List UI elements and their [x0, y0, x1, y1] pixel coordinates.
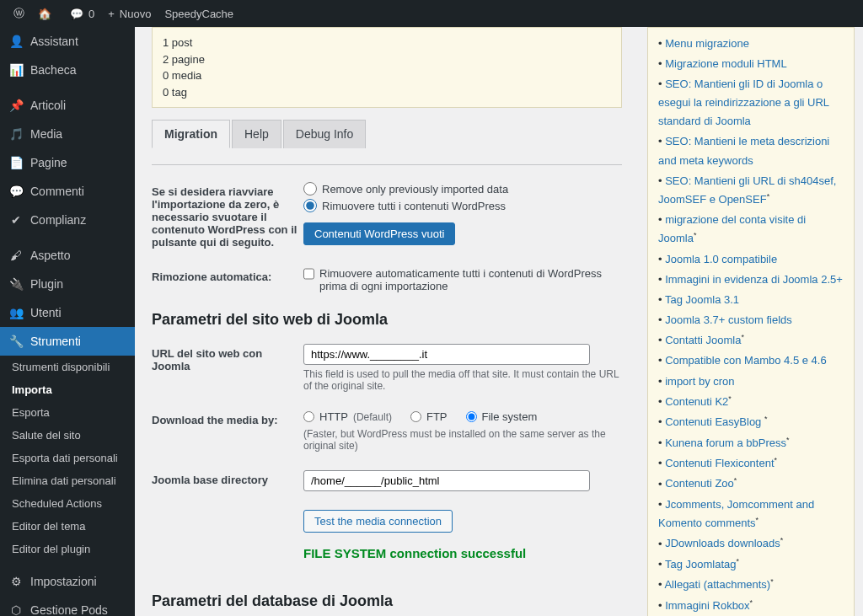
- feature-link[interactable]: SEO: Mantieni gli URL di sh404sef, JoomS…: [658, 174, 836, 206]
- connection-success-msg: FILE SYSTEM connection successful: [303, 546, 622, 560]
- row-restart: Se si desidera riavviare l'importazione …: [152, 182, 622, 249]
- menu-item-articoli[interactable]: 📌Articoli: [0, 91, 135, 120]
- menu-item-gestione-pods[interactable]: ⬡Gestione Pods: [0, 596, 135, 616]
- menu-icon: 📄: [8, 155, 24, 170]
- feature-link[interactable]: Contatti Joomla: [665, 334, 741, 346]
- radio-remove-imported-label: Remove only previously imported data: [322, 183, 508, 196]
- basedir-input[interactable]: [303, 470, 590, 491]
- menu-item-strumenti[interactable]: 🔧Strumenti: [0, 327, 135, 356]
- home-icon: 🏠: [38, 8, 51, 20]
- summary-posts: 1 post: [163, 35, 611, 51]
- feature-link[interactable]: Immagini Rokbox: [665, 599, 749, 612]
- feature-item: Contatti Joomla*: [658, 331, 844, 350]
- feature-link[interactable]: Contenuti EasyBlog: [665, 415, 764, 428]
- menu-item-plugin[interactable]: 🔌Plugin: [0, 270, 135, 298]
- menu-item-pagine[interactable]: 📄Pagine: [0, 148, 135, 177]
- restart-label: Se si desidera riavviare l'importazione …: [152, 182, 303, 249]
- row-auto-remove: Rimozione automatica: Rimuovere automati…: [152, 267, 622, 292]
- feature-link[interactable]: JDownloads downloads: [665, 538, 780, 550]
- speedycache-link[interactable]: SpeedyCache: [158, 0, 240, 27]
- radio-http[interactable]: [303, 411, 314, 422]
- test-media-button[interactable]: Test the media connection: [303, 510, 453, 533]
- menu-icon: 👥: [8, 305, 24, 320]
- feature-link[interactable]: import by cron: [665, 375, 734, 388]
- tab-help[interactable]: Help: [232, 120, 281, 148]
- menu-label: Impostazioni: [30, 575, 97, 588]
- feature-link[interactable]: Jcomments, Jomcomment and Komento commen…: [658, 498, 814, 529]
- feature-item: import by cron: [658, 372, 844, 391]
- feature-item: SEO: Mantieni gli URL di sh404sef, JoomS…: [658, 172, 844, 210]
- submenu-editor-del-plugin[interactable]: Editor del plugin: [0, 538, 135, 560]
- empty-wp-button[interactable]: Contenuti WordPress vuoti: [303, 222, 455, 245]
- tab-bar: Migration Help Debug Info: [152, 120, 622, 148]
- feature-link[interactable]: SEO: Mantieni le meta descrizioni and me…: [658, 135, 829, 166]
- feature-link[interactable]: Compatible con Mambo 4.5 e 4.6: [665, 354, 827, 367]
- menu-item-utenti[interactable]: 👥Utenti: [0, 298, 135, 327]
- feature-link[interactable]: migrazione del conta visite di Joomla: [658, 213, 806, 244]
- menu-item-assistant[interactable]: 👤Assistant: [0, 27, 135, 56]
- menu-label: Plugin: [30, 277, 63, 291]
- site-home[interactable]: 🏠: [31, 0, 63, 27]
- radio-http-label: HTTP: [319, 410, 348, 423]
- radio-ftp[interactable]: [410, 411, 421, 422]
- wordpress-icon: ⓦ: [13, 6, 24, 21]
- auto-remove-checkbox-row[interactable]: Rimuovere automaticamente tutti i conten…: [303, 267, 622, 292]
- submenu-importa[interactable]: Importa: [0, 378, 135, 401]
- submenu-elimina-dati-personali[interactable]: Elimina dati personali: [0, 469, 135, 492]
- feature-link[interactable]: Contenuti K2: [665, 395, 728, 408]
- feature-link[interactable]: Tag Joomla 3.1: [665, 293, 739, 306]
- feature-link[interactable]: Kunena forum a bbPress: [665, 437, 786, 449]
- summary-pages: 2 pagine: [163, 51, 611, 68]
- tab-debug[interactable]: Debug Info: [283, 120, 367, 148]
- submenu-scheduled-actions[interactable]: Scheduled Actions: [0, 492, 135, 515]
- submenu-esporta-dati-personali[interactable]: Esporta dati personali: [0, 447, 135, 469]
- download-label: Download the media by:: [152, 410, 303, 426]
- feature-item: SEO: Mantieni gli ID di Joomla o esegui …: [658, 75, 844, 131]
- menu-label: Gestione Pods: [30, 603, 108, 616]
- menu-item-media[interactable]: 🎵Media: [0, 120, 135, 148]
- feature-item: Contenuti Flexicontent*: [658, 454, 844, 473]
- feature-link[interactable]: Allegati (attachments): [664, 578, 770, 591]
- menu-item-aspetto[interactable]: 🖌Aspetto: [0, 241, 135, 270]
- menu-item-commenti[interactable]: 💬Commenti: [0, 177, 135, 206]
- wp-logo[interactable]: ⓦ: [7, 0, 31, 27]
- feature-item: Migrazione moduli HTML: [658, 55, 844, 73]
- menu-item-bacheca[interactable]: 📊Bacheca: [0, 56, 135, 84]
- feature-link[interactable]: Joomla 1.0 compatibile: [665, 253, 777, 265]
- basedir-label: Joomla base directory: [152, 470, 303, 486]
- submenu-salute-del-sito[interactable]: Salute del sito: [0, 424, 135, 447]
- menu-item-complianz[interactable]: ✔Complianz: [0, 206, 135, 234]
- radio-remove-all[interactable]: Rimuovere tutti i contenuti WordPress: [303, 199, 622, 212]
- radio-remove-all-input[interactable]: [303, 199, 317, 212]
- new-link[interactable]: +Nuovo: [101, 0, 158, 27]
- comments-link[interactable]: 💬0: [63, 0, 101, 27]
- feature-link[interactable]: Joomla 3.7+ custom fields: [665, 313, 792, 326]
- radio-remove-imported-input[interactable]: [303, 182, 317, 196]
- submenu-esporta[interactable]: Esporta: [0, 401, 135, 424]
- premium-features-box: Menu migrazioneMigrazione moduli HTMLSEO…: [647, 27, 855, 616]
- row-test: Test the media connection FILE SYSTEM co…: [152, 510, 622, 574]
- radio-remove-imported[interactable]: Remove only previously imported data: [303, 182, 622, 196]
- tab-migration[interactable]: Migration: [152, 120, 230, 148]
- menu-item-impostazioni[interactable]: ⚙Impostazioni: [0, 567, 135, 596]
- auto-remove-checkbox-label: Rimuovere automaticamente tutti i conten…: [319, 267, 622, 292]
- feature-link[interactable]: Immagini in evidenza di Joomla 2.5+: [665, 273, 843, 286]
- feature-item: Contenuti K2*: [658, 393, 844, 411]
- summary-tags: 0 tag: [163, 84, 611, 101]
- feature-link[interactable]: Menu migrazione: [665, 37, 749, 50]
- auto-remove-checkbox[interactable]: [303, 267, 314, 281]
- feature-link[interactable]: Contenuti Flexicontent: [665, 457, 774, 469]
- submenu-editor-del-tema[interactable]: Editor del tema: [0, 515, 135, 538]
- menu-label: Utenti: [30, 306, 62, 319]
- joomla-url-input[interactable]: [303, 344, 590, 365]
- submenu-strumenti-disponibili[interactable]: Strumenti disponibili: [0, 356, 135, 378]
- feature-item: Jcomments, Jomcomment and Komento commen…: [658, 495, 844, 533]
- feature-link[interactable]: Contenuti Zoo: [665, 478, 734, 490]
- radio-filesystem[interactable]: [466, 411, 477, 422]
- feature-link[interactable]: Migrazione moduli HTML: [665, 57, 787, 70]
- feature-item: Contenuti EasyBlog *: [658, 413, 844, 431]
- row-basedir: Joomla base directory: [152, 470, 622, 491]
- feature-link[interactable]: Tag Joomlatag: [665, 558, 737, 570]
- feature-link[interactable]: SEO: Mantieni gli ID di Joomla o esegui …: [658, 78, 829, 127]
- joomla-url-help: This field is used to pull the media off…: [303, 368, 622, 392]
